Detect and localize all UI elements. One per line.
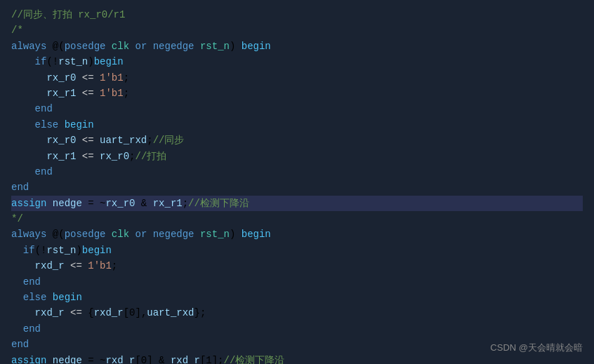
code-line-1: //同步、打拍 rx_r0/r1 <box>11 7 583 22</box>
code-line-14: */ <box>11 211 583 227</box>
code-line-12: end <box>11 180 583 195</box>
code-line-6: rx_r1 <= 1'b1; <box>11 86 583 101</box>
code-line-15: always @(posedge clk or negedge rst_n) b… <box>11 227 583 242</box>
code-line-4: if(!rst_n)begin <box>11 54 583 69</box>
code-line-7: end <box>11 101 583 116</box>
code-editor: //同步、打拍 rx_r0/r1 /* always @(posedge clk… <box>0 0 594 364</box>
watermark: CSDN @天会晴就会暗 <box>490 341 583 356</box>
code-line-18: end <box>11 274 583 290</box>
code-line-9: rx_r0 <= uart_rxd;//同步 <box>11 133 583 148</box>
code-line-5: rx_r0 <= 1'b1; <box>11 70 583 86</box>
code-line-17: rxd_r <= 1'b1; <box>11 258 583 274</box>
code-line-16: if(!rst_n)begin <box>11 243 583 258</box>
code-line-10: rx_r1 <= rx_r0;//打拍 <box>11 149 583 164</box>
code-line-13: assign nedge = ~rx_r0 & rx_r1;//检测下降沿 <box>11 196 583 211</box>
code-line-8: else begin <box>11 117 583 133</box>
code-line-11: end <box>11 164 583 180</box>
code-line-3: always @(posedge clk or negedge rst_n) b… <box>11 39 583 54</box>
code-line-19: else begin <box>11 290 583 305</box>
code-line-20: rxd_r <= {rxd_r[0],uart_rxd}; <box>11 305 583 321</box>
code-line-2: /* <box>11 22 583 38</box>
code-line-21: end <box>11 321 583 337</box>
